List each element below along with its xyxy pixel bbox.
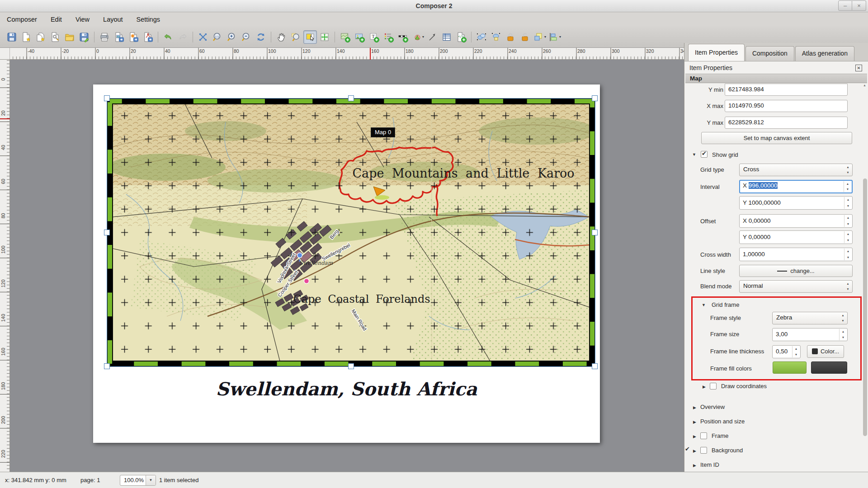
save-as-template-button[interactable]: [77, 30, 91, 44]
raise-items-button[interactable]: ▾: [533, 30, 547, 44]
section-checkbox[interactable]: [710, 383, 717, 389]
add-attribute-table-button[interactable]: [440, 30, 453, 44]
frame-style-combo[interactable]: Zebra ▲▼: [772, 312, 848, 324]
section-draw-coordinates[interactable]: ▶Draw coordinates: [684, 383, 862, 397]
menu-layout[interactable]: Layout: [96, 14, 130, 25]
pan-button[interactable]: [274, 30, 288, 44]
y-max-field[interactable]: 6228529.812: [725, 117, 848, 129]
menu-edit[interactable]: Edit: [44, 14, 69, 25]
spinner-arrows-icon[interactable]: ▲▼: [792, 346, 800, 357]
spinner-arrows-icon[interactable]: ▲▼: [839, 329, 847, 340]
expander-icon[interactable]: ▶: [693, 449, 696, 453]
zoom-out-button[interactable]: [240, 30, 253, 44]
set-to-map-canvas-extent-button[interactable]: Set to map canvas extent: [701, 132, 852, 144]
selection-handle-w[interactable]: [104, 230, 110, 235]
print-button[interactable]: [98, 30, 111, 44]
page-title-label[interactable]: Swellendam, South Africa: [93, 378, 600, 399]
show-grid-expander-icon[interactable]: ▼: [692, 152, 696, 157]
panel-close-icon[interactable]: ✕: [855, 65, 862, 71]
refresh-view-button[interactable]: [254, 30, 268, 44]
map-item[interactable]: Cape Mountains and Little Karoo Cape Coa…: [107, 99, 595, 366]
frame-size-field[interactable]: 3,00 ▲▼: [772, 328, 848, 341]
expander-icon[interactable]: ▶: [693, 463, 696, 468]
group-items-button[interactable]: [475, 30, 488, 44]
section-frame[interactable]: ▶Frame: [684, 432, 862, 447]
frame-line-thickness-field[interactable]: 0,50 ▲▼: [772, 345, 801, 358]
tab-item-properties[interactable]: Item Properties: [688, 44, 745, 61]
selection-handle-n[interactable]: [348, 95, 354, 101]
spinner-arrows-icon[interactable]: ▲▼: [844, 197, 852, 209]
x-max-field[interactable]: 1014970.950: [725, 100, 848, 112]
close-button[interactable]: ×: [852, 0, 866, 11]
spinner-arrows-icon[interactable]: ▲▼: [844, 249, 852, 260]
tab-composition[interactable]: Composition: [745, 46, 794, 61]
selection-handle-se[interactable]: [592, 363, 598, 369]
grid-type-combo[interactable]: Cross ▲▼: [739, 164, 853, 176]
save-project-button[interactable]: [5, 30, 19, 44]
interval-x-field[interactable]: X 996,00000 ▲▼: [739, 180, 853, 193]
composer-canvas[interactable]: Cape Mountains and Little Karoo Cape Coa…: [10, 60, 684, 472]
y-min-field[interactable]: 6217483.984: [725, 84, 848, 96]
add-image-button[interactable]: [353, 30, 366, 44]
offset-x-field[interactable]: X 0,00000 ▲▼: [739, 214, 853, 228]
zoom-1-1-button[interactable]: 1:1: [211, 30, 224, 44]
add-html-frame-button[interactable]: </>: [454, 30, 468, 44]
export-as-svg-button[interactable]: [127, 30, 140, 44]
frame-fill-color-2-button[interactable]: [811, 361, 847, 374]
spinner-arrows-icon[interactable]: ▲▼: [844, 181, 851, 192]
spinner-arrows-icon[interactable]: ▲▼: [844, 231, 852, 243]
selection-handle-ne[interactable]: [592, 95, 598, 101]
minimize-button[interactable]: –: [838, 0, 852, 11]
menu-composer[interactable]: Composer: [0, 14, 44, 25]
interval-y-field[interactable]: Y 1000,00000 ▲▼: [739, 196, 853, 210]
export-as-image-button[interactable]: [112, 30, 126, 44]
expander-icon[interactable]: ▶: [703, 385, 706, 389]
add-scalebar-button[interactable]: [396, 30, 410, 44]
zoom-full-button[interactable]: [196, 30, 210, 44]
expander-icon[interactable]: ▶: [693, 405, 696, 410]
chevron-down-icon[interactable]: ▾: [559, 35, 561, 39]
chevron-down-icon[interactable]: ▾: [544, 35, 546, 39]
new-composition-button[interactable]: [19, 30, 33, 44]
frame-fill-color-1-button[interactable]: [773, 361, 807, 374]
lock-items-button[interactable]: [504, 30, 517, 44]
chevron-down-icon[interactable]: ▾: [422, 35, 424, 39]
add-label-button[interactable]: T: [367, 30, 381, 44]
scroll-up-icon[interactable]: ▲: [863, 84, 866, 87]
open-template-button[interactable]: [63, 30, 76, 44]
menu-settings[interactable]: Settings: [130, 14, 167, 25]
zoom-tool-button[interactable]: [289, 30, 302, 44]
chevron-down-icon[interactable]: ▼: [146, 475, 156, 485]
show-grid-checkbox[interactable]: [701, 151, 708, 158]
composition-manager-button[interactable]: [48, 30, 62, 44]
menu-view[interactable]: View: [69, 14, 96, 25]
add-new-map-button[interactable]: [338, 30, 352, 44]
section-background[interactable]: ▶Background: [684, 447, 862, 461]
ungroup-items-button[interactable]: [489, 30, 503, 44]
select-move-item-button[interactable]: [303, 30, 317, 44]
spinner-arrows-icon[interactable]: ▲▼: [844, 215, 852, 227]
redo-button[interactable]: [176, 30, 189, 44]
selection-handle-nw[interactable]: [104, 95, 110, 101]
section-checkbox[interactable]: [700, 447, 707, 454]
grid-frame-expander-icon[interactable]: ▼: [702, 303, 706, 307]
expander-icon[interactable]: ▶: [693, 434, 696, 439]
composition-page[interactable]: Cape Mountains and Little Karoo Cape Coa…: [93, 84, 600, 443]
export-as-pdf-button[interactable]: [141, 30, 155, 44]
expander-icon[interactable]: ▶: [693, 420, 696, 424]
tab-atlas-generation[interactable]: Atlas generation: [795, 46, 854, 61]
unlock-items-button[interactable]: [518, 30, 532, 44]
add-shape-button[interactable]: ▾: [410, 30, 425, 44]
section-position-and-size[interactable]: ▶Position and size: [684, 418, 862, 432]
selection-handle-s[interactable]: [348, 363, 354, 369]
selection-handle-sw[interactable]: [104, 363, 110, 369]
blend-mode-combo[interactable]: Normal ▲▼: [739, 280, 853, 293]
move-item-content-button[interactable]: [318, 30, 331, 44]
line-style-change-button[interactable]: change...: [739, 265, 853, 277]
zoom-level-combo[interactable]: 100.0% ▼: [120, 475, 156, 486]
zoom-in-button[interactable]: [225, 30, 239, 44]
panel-scrollbar[interactable]: [863, 178, 867, 436]
undo-button[interactable]: [161, 30, 175, 44]
align-items-button[interactable]: ▾: [547, 30, 561, 44]
offset-y-field[interactable]: Y 0,00000 ▲▼: [739, 230, 853, 244]
